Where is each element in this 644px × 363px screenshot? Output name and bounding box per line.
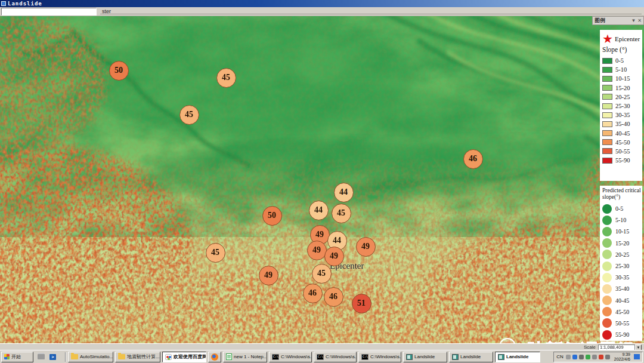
slope-legend-row: 50-55 — [602, 147, 642, 156]
slope-marker[interactable]: 49 — [259, 266, 278, 285]
shield-icon[interactable] — [586, 355, 590, 359]
title-bar[interactable]: Landslide — [0, 0, 644, 7]
slope-marker[interactable]: 44 — [334, 183, 354, 202]
slope-marker[interactable]: 46 — [463, 149, 483, 169]
slope-marker[interactable]: 49 — [324, 247, 344, 266]
language-indicator[interactable]: CN — [556, 354, 564, 359]
slope-swatch — [602, 139, 612, 145]
scale-dropdown-arrow-icon[interactable]: ▼ — [635, 344, 642, 350]
taskbar-button-label: new 1 - Notep... — [234, 354, 267, 359]
predicted-swatch-circle — [602, 307, 612, 316]
taskbar-button-c-windows-s-[interactable]: C:\C:\Windows\s... — [314, 352, 357, 362]
map-canvas[interactable]: Epicenter 504545464444455049444949454945… — [0, 16, 644, 343]
slope-swatch — [602, 158, 612, 164]
slope-range-label: 35-40 — [615, 121, 630, 127]
predicted-swatch-circle — [602, 273, 612, 282]
slope-range-label: 25-30 — [615, 103, 630, 109]
predicted-legend-row: 5-10 — [602, 214, 642, 226]
taskbar-button-new-1-notep-[interactable]: new 1 - Notep... — [223, 352, 267, 362]
taskbar-button-c-windows-s-[interactable]: C:\C:\Windows\s... — [269, 352, 312, 362]
start-button[interactable]: 开始 — [1, 352, 33, 362]
baidu-icon — [165, 354, 172, 360]
scale-value-dropdown[interactable]: 1:1,088,409 — [598, 344, 635, 350]
slope-marker[interactable]: 45 — [216, 68, 236, 88]
slope-swatch — [602, 103, 612, 109]
slope-marker[interactable]: 46 — [303, 284, 323, 303]
slope-swatch — [602, 148, 612, 154]
flag-icon[interactable] — [592, 355, 597, 359]
taskbar-button-landslide[interactable]: Landslide — [495, 352, 540, 362]
predicted-range-label: 40-45 — [615, 297, 629, 304]
slope-range-label: 50-55 — [615, 148, 630, 155]
taskbar-separator — [65, 352, 66, 362]
taskbar-button-label: Landslide — [506, 354, 528, 359]
predicted-legend-row: 55-90 — [602, 329, 642, 340]
taskbar-button-landslide[interactable]: Landslide — [403, 352, 447, 362]
taskbar-button-landslide[interactable]: Landslide — [449, 352, 493, 362]
taskbar-button-firefox[interactable] — [208, 352, 221, 362]
slope-marker[interactable]: 49 — [356, 237, 376, 257]
layer-combo-input[interactable] — [1, 8, 97, 16]
network-icon[interactable] — [605, 355, 610, 359]
windows-flag-icon — [4, 354, 10, 359]
slope-marker[interactable]: 45 — [206, 243, 225, 263]
taskbar-button-autosimulatio-[interactable]: AutoSimulatio... — [68, 352, 113, 362]
predicted-range-label: 30-35 — [615, 274, 629, 281]
legend-predicted-box: Predicted critical slope(°) 0-55-1010-15… — [600, 186, 642, 341]
slope-marker[interactable]: 46 — [324, 287, 343, 307]
predicted-legend-row: 30-35 — [602, 272, 642, 283]
taskbar-button--[interactable]: 地震韧性计算... — [115, 352, 160, 362]
taskbar-button-label: 地震韧性计算... — [127, 353, 160, 360]
slope-legend-row: 10-15 — [602, 74, 642, 83]
keyboard-icon[interactable] — [566, 355, 571, 359]
cmd-icon: C:\ — [361, 354, 369, 360]
slope-legend-row: 25-30 — [602, 101, 642, 110]
legend-pane: 图例 ▼ ✕ ★ Epicenter Slope (°) 0-55-1010-1… — [592, 16, 644, 343]
taskbar-clock[interactable]: 9:39 2022/4/6 — [614, 352, 630, 362]
powershell-icon[interactable]: > — [49, 354, 56, 360]
pin-icon[interactable]: ▼ — [631, 18, 636, 23]
predicted-swatch-circle — [602, 216, 612, 225]
predicted-range-label: 5-10 — [615, 217, 626, 223]
alert-icon[interactable] — [599, 355, 603, 359]
folder-icon — [71, 354, 78, 359]
slope-marker[interactable]: 45 — [312, 264, 332, 284]
slope-legend-row: 5-10 — [602, 65, 642, 74]
scale-label: Scale — [584, 344, 596, 350]
slope-swatch — [602, 85, 612, 91]
close-icon[interactable]: ✕ — [637, 18, 642, 23]
slope-marker[interactable]: 50 — [262, 206, 282, 226]
globe-icon[interactable] — [572, 355, 577, 359]
slope-marker[interactable]: 51 — [352, 294, 371, 313]
slope-marker[interactable]: 45 — [179, 105, 199, 125]
chevron-up-icon[interactable] — [579, 355, 584, 359]
predicted-range-label: 0-5 — [615, 205, 623, 212]
toolbar-divider — [100, 14, 642, 16]
legend-header[interactable]: 图例 ▼ ✕ — [592, 16, 644, 25]
taskbar-button--[interactable]: 欢迎使用百度网盘 — [162, 352, 206, 362]
legend-slope-box: ★ Epicenter Slope (°) 0-55-1010-1515-202… — [600, 30, 642, 181]
system-tray: CN 9:39 2022/4/6 — [553, 352, 643, 362]
taskbar-button-c-windows-s-[interactable]: C:\C:\Windows\s... — [358, 352, 401, 362]
slope-swatch — [602, 94, 612, 100]
slope-marker[interactable]: 45 — [332, 204, 351, 223]
predicted-swatch-circle — [602, 284, 612, 294]
predicted-swatch-circle — [602, 296, 612, 305]
taskbar-button-label: C:\Windows\s... — [326, 354, 357, 359]
landslide-icon — [498, 354, 504, 360]
landslide-icon — [406, 354, 413, 360]
predicted-range-label: 45-50 — [615, 309, 629, 315]
epicenter-star-icon: ★ — [602, 33, 613, 44]
predicted-range-label: 20-25 — [615, 251, 629, 258]
slope-marker[interactable]: 49 — [307, 241, 327, 260]
printer-icon[interactable] — [38, 354, 45, 359]
predicted-legend-title: Predicted critical slope(°) — [602, 187, 642, 202]
predicted-range-label: 55-90 — [615, 331, 629, 338]
slope-marker[interactable]: 50 — [109, 61, 129, 81]
status-bar: Scale 1:1,088,409 ▼ — [0, 343, 644, 350]
slope-marker[interactable]: 44 — [309, 201, 329, 220]
language-bar-icon[interactable] — [634, 354, 640, 359]
legend-epicenter-label: Epicenter — [615, 35, 640, 42]
taskbar-button-label: Landslide — [460, 354, 481, 359]
predicted-legend-row: 50-55 — [602, 318, 642, 329]
